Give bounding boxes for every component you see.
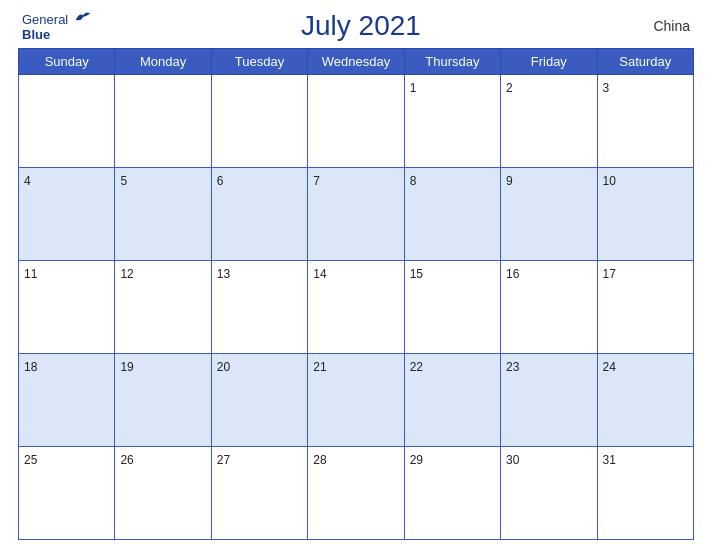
day-number: 10 — [603, 174, 616, 188]
calendar-day-cell: 19 — [115, 354, 211, 447]
calendar-day-cell: 16 — [501, 261, 597, 354]
day-number: 6 — [217, 174, 224, 188]
day-number: 14 — [313, 267, 326, 281]
header-saturday: Saturday — [597, 49, 693, 75]
calendar-day-cell — [211, 75, 307, 168]
day-number: 3 — [603, 81, 610, 95]
day-number: 18 — [24, 360, 37, 374]
day-number: 22 — [410, 360, 423, 374]
day-number: 25 — [24, 453, 37, 467]
header-monday: Monday — [115, 49, 211, 75]
calendar-day-cell: 3 — [597, 75, 693, 168]
calendar-day-cell: 7 — [308, 168, 404, 261]
calendar-country: China — [630, 18, 690, 34]
calendar-table: Sunday Monday Tuesday Wednesday Thursday… — [18, 48, 694, 540]
calendar-day-cell: 13 — [211, 261, 307, 354]
calendar-day-cell — [19, 75, 115, 168]
calendar-day-cell: 20 — [211, 354, 307, 447]
calendar-day-cell: 28 — [308, 447, 404, 540]
calendar-day-cell: 5 — [115, 168, 211, 261]
logo-blue-text: Blue — [22, 28, 50, 42]
calendar-day-cell: 29 — [404, 447, 500, 540]
header-thursday: Thursday — [404, 49, 500, 75]
day-number: 13 — [217, 267, 230, 281]
days-header-row: Sunday Monday Tuesday Wednesday Thursday… — [19, 49, 694, 75]
day-number: 19 — [120, 360, 133, 374]
day-number: 17 — [603, 267, 616, 281]
calendar-day-cell: 2 — [501, 75, 597, 168]
day-number: 12 — [120, 267, 133, 281]
day-number: 27 — [217, 453, 230, 467]
header-wednesday: Wednesday — [308, 49, 404, 75]
calendar-week-row: 18192021222324 — [19, 354, 694, 447]
day-number: 31 — [603, 453, 616, 467]
calendar-day-cell: 31 — [597, 447, 693, 540]
calendar-day-cell: 25 — [19, 447, 115, 540]
calendar-week-row: 45678910 — [19, 168, 694, 261]
calendar-day-cell: 27 — [211, 447, 307, 540]
day-number: 21 — [313, 360, 326, 374]
day-number: 8 — [410, 174, 417, 188]
calendar-day-cell: 30 — [501, 447, 597, 540]
logo-general: General — [22, 10, 92, 27]
calendar-day-cell: 9 — [501, 168, 597, 261]
day-number: 11 — [24, 267, 37, 281]
header-sunday: Sunday — [19, 49, 115, 75]
day-number: 4 — [24, 174, 31, 188]
logo-bird-icon — [74, 10, 92, 24]
day-number: 30 — [506, 453, 519, 467]
calendar-day-cell: 17 — [597, 261, 693, 354]
day-number: 16 — [506, 267, 519, 281]
day-number: 15 — [410, 267, 423, 281]
day-number: 7 — [313, 174, 320, 188]
calendar-day-cell: 1 — [404, 75, 500, 168]
calendar-day-cell: 12 — [115, 261, 211, 354]
day-number: 20 — [217, 360, 230, 374]
calendar-day-cell: 8 — [404, 168, 500, 261]
calendar-day-cell — [115, 75, 211, 168]
calendar-day-cell: 18 — [19, 354, 115, 447]
day-number: 26 — [120, 453, 133, 467]
logo: General Blue — [22, 10, 92, 42]
day-number: 23 — [506, 360, 519, 374]
calendar-week-row: 11121314151617 — [19, 261, 694, 354]
calendar-day-cell: 6 — [211, 168, 307, 261]
calendar-day-cell: 15 — [404, 261, 500, 354]
calendar-day-cell: 14 — [308, 261, 404, 354]
day-number: 24 — [603, 360, 616, 374]
day-number: 28 — [313, 453, 326, 467]
calendar-day-cell: 26 — [115, 447, 211, 540]
header-friday: Friday — [501, 49, 597, 75]
calendar-day-cell — [308, 75, 404, 168]
calendar-day-cell: 22 — [404, 354, 500, 447]
calendar-day-cell: 21 — [308, 354, 404, 447]
calendar-week-row: 123 — [19, 75, 694, 168]
day-number: 1 — [410, 81, 417, 95]
calendar-day-cell: 10 — [597, 168, 693, 261]
calendar-page: General Blue July 2021 China Sunday Mond… — [0, 0, 712, 550]
calendar-day-cell: 24 — [597, 354, 693, 447]
day-number: 5 — [120, 174, 127, 188]
calendar-day-cell: 4 — [19, 168, 115, 261]
header-tuesday: Tuesday — [211, 49, 307, 75]
day-number: 29 — [410, 453, 423, 467]
calendar-day-cell: 11 — [19, 261, 115, 354]
calendar-title: July 2021 — [92, 10, 630, 42]
day-number: 2 — [506, 81, 513, 95]
calendar-week-row: 25262728293031 — [19, 447, 694, 540]
calendar-header: General Blue July 2021 China — [18, 10, 694, 42]
calendar-day-cell: 23 — [501, 354, 597, 447]
day-number: 9 — [506, 174, 513, 188]
